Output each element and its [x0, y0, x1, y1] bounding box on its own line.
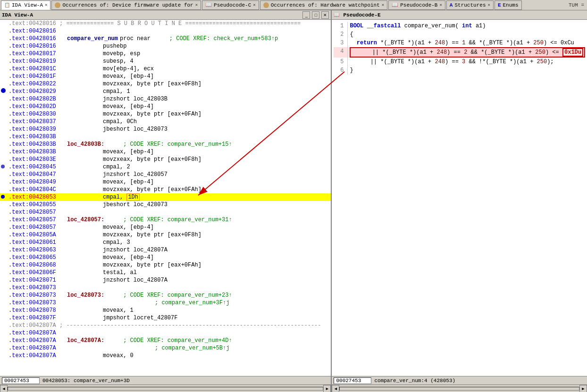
left-pane: IDA View-A _ □ ✕ .text:00428016 ; ======…: [0, 10, 332, 392]
pseudo-content-5: || *(_BYTE *)(a1 + 248) == 3 && !*(_BYTE…: [350, 58, 585, 66]
tab-occurrences-2[interactable]: Occurrences of: Hardware watchpoint ✕: [260, 0, 387, 10]
bp-mov6: [1, 178, 8, 186]
pseudo-linenum-6: 6: [334, 66, 348, 75]
code-line-push-ebp: .text:00428016 push ebp: [0, 42, 331, 50]
tab-occurrences-1[interactable]: Occurrences of: Device firmware update f…: [51, 0, 201, 10]
op-movzx3: eax, byte ptr [eax+0F8h]: [120, 156, 201, 163]
code-line-cmp-4: .text:00428061 cmp al, 3: [0, 239, 331, 246]
code-line-proc-def: .text:00428016 compare_ver_num proc near…: [0, 35, 331, 42]
instr-push: push: [65, 42, 117, 50]
code-line-jbe-1: .text:00428039 jbe short loc_428073: [0, 125, 331, 133]
instr-mov6: mov: [65, 178, 113, 186]
left-hscroll-right[interactable]: ►: [323, 385, 331, 392]
tab-ida-view-a[interactable]: 📋 IDA View-A ✕: [1, 0, 50, 10]
bp-blank2: [1, 133, 8, 141]
left-pane-min-button[interactable]: _: [302, 11, 310, 19]
right-status-addr: 00027453: [334, 377, 371, 384]
op-movzx5: eax, byte ptr [eax+0F8h]: [120, 231, 201, 239]
code-line-cmp-2: .text:00428037 cmp al, 0Ch: [0, 118, 331, 125]
bp-mov7: [1, 224, 8, 231]
code-line-mov-eax-ebp4: .text:0042801F mov eax, [ebp-4]: [0, 73, 331, 80]
tab-label-structures: Structures: [454, 2, 486, 8]
label-loc807a: loc_42807A:: [65, 337, 104, 344]
instr-movzx4: movzx: [65, 186, 120, 193]
addr-blank4: .text:00428073: [8, 284, 56, 292]
op-mov-eax1: eax, 1: [113, 307, 134, 314]
label-loc8073: loc_428073:: [65, 292, 104, 299]
proc-comment: ; CODE XREF: check_ver_num+583↑p: [151, 35, 278, 42]
right-hscroll-track[interactable]: [339, 387, 579, 391]
right-hscroll-left[interactable]: ◄: [332, 385, 339, 392]
label-loc803b: loc_42803B:: [65, 141, 104, 148]
right-status-bar: 00027453 compare_ver_num:4 (428053): [332, 376, 587, 384]
bp-movzx2: [1, 110, 8, 118]
op-jbe1: short loc_428073: [113, 125, 168, 133]
bp-jnz1: [1, 95, 8, 103]
comment-loc803b: ; CODE XREF: compare_ver_num+15↑: [104, 141, 232, 148]
code-line-movzx-6: .text:00428068 movzx eax, byte ptr [eax+…: [0, 261, 331, 269]
left-hscroll-track[interactable]: [8, 387, 323, 391]
tab-close-ida[interactable]: ✕: [45, 2, 47, 8]
op-cmp2: al, 0Ch: [113, 118, 137, 125]
code-line-movzx-1: .text:00428022 movzx eax, byte ptr [eax+…: [0, 80, 331, 88]
tab-close-struct[interactable]: ✕: [487, 2, 490, 8]
addr-jmp: .text:0042807F: [8, 314, 65, 322]
pseudo-line-2: 2 {: [334, 30, 585, 39]
code-line-jnz-4: .text:00428071 jnz short loc_42807A: [0, 276, 331, 284]
code-line-jnz-1: .text:0042802B jnz short loc_42803B: [0, 95, 331, 103]
pseudo-code-area[interactable]: 1 BOOL __fastcall compare_ver_num( int a…: [332, 20, 587, 376]
code-line-test: .text:0042806F test al, al: [0, 269, 331, 276]
right-pane: 📖 Pseudocode-E 1 BOOL __fastcall compare…: [332, 10, 587, 392]
tab-close-occ2[interactable]: ✕: [382, 2, 384, 8]
instr-cmp1: cmp: [65, 88, 113, 95]
pseudo-content-3: return *(_BYTE *)(a1 + 248) == 1 && *(_B…: [350, 39, 585, 47]
tab-pseudocode-c[interactable]: 📖 Pseudocode-C ✕: [202, 0, 259, 10]
left-pane-close-button[interactable]: ✕: [321, 11, 329, 19]
addr-mov-eax1: .text:00428078: [8, 307, 65, 314]
code-line-jbe-2: .text:00428055 jbe short loc_428073: [0, 201, 331, 209]
right-hscroll-right[interactable]: ►: [579, 385, 587, 392]
kw-fastcall: __fastcall: [367, 23, 401, 29]
left-hscroll-bar[interactable]: ◄ ►: [0, 384, 331, 392]
code-line-loc-428057: .text:00428057 loc_428057: ; CODE XREF: …: [0, 216, 331, 224]
tab-enums[interactable]: E Enums: [495, 0, 522, 10]
tab-structures[interactable]: A Structures ✕: [446, 0, 494, 10]
op-jbe2: short loc_428073: [113, 201, 168, 209]
tab-pseudocode-b[interactable]: 📖 Pseudocode-B ✕: [388, 0, 445, 10]
addr-comment3f: .text:00428073: [8, 299, 65, 307]
bp-cmp4: [1, 239, 8, 246]
right-hscroll-bar[interactable]: ◄ ►: [332, 384, 587, 392]
label-loc8057: loc_428057:: [65, 216, 104, 224]
tab-close-pseudo-c[interactable]: ✕: [253, 2, 255, 8]
pseudo-content-4: || *(_BYTE *)(a1 + 248) == 2 && *(_BYTE …: [350, 47, 585, 58]
bp-comment5b: [1, 344, 8, 352]
tab-close-occ1[interactable]: ✕: [195, 2, 198, 8]
tab-close-pseudo-b[interactable]: ✕: [439, 2, 442, 8]
code-line-mov-7: .text:00428057 mov eax, [ebp-4]: [0, 224, 331, 231]
bp-mov8: [1, 254, 8, 261]
left-pane-max-button[interactable]: □: [312, 11, 319, 19]
instr-cmp3: cmp: [65, 163, 113, 171]
param-a1: a1): [476, 23, 486, 29]
person-icon-1: [55, 2, 60, 8]
left-code-scroll[interactable]: .text:00428016 ; ============== S U B R …: [0, 20, 331, 360]
op-mov6: eax, [ebp-4]: [113, 178, 154, 186]
code-line-cmp-1: .text:00428029 cmp al, 1: [0, 88, 331, 95]
op-movzx1: eax, byte ptr [eax+0F8h]: [120, 80, 201, 88]
comment-text-3f: ; compare_ver_num+3F↑j: [65, 299, 229, 307]
left-hscroll-left[interactable]: ◄: [0, 385, 8, 392]
op-movzx2: eax, byte ptr [eax+0FAh]: [120, 110, 201, 118]
a-icon: A: [450, 2, 453, 8]
bp-loc8073: [1, 292, 8, 299]
code-line-blank-1: .text:00428016: [0, 27, 331, 35]
bp-mov1: [1, 50, 8, 58]
bp-comment3f: [1, 299, 8, 307]
left-pane-title: IDA View-A: [2, 12, 33, 18]
comment-text-5b: ; compare_ver_num+5B↑j: [65, 344, 229, 352]
left-code-container: .text:00428016 ; ============== S U B R …: [0, 20, 331, 376]
instr-movzx1: movzx: [65, 80, 120, 88]
code-line-movzx-5: .text:0042805A movzx eax, byte ptr [eax+…: [0, 231, 331, 239]
tab-label-enums: Enums: [503, 2, 519, 8]
code-line-mov-5: .text:0042803B mov eax, [ebp-4]: [0, 148, 331, 156]
bp-mov2: [1, 65, 8, 73]
